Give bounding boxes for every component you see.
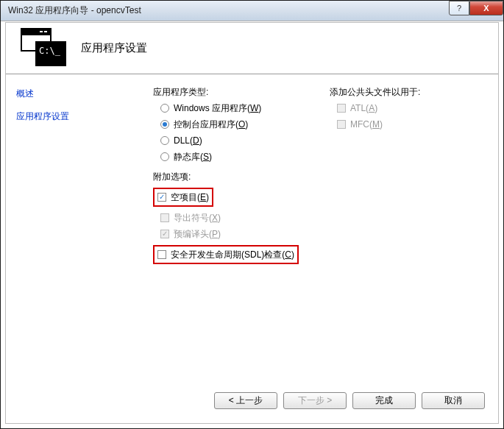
highlight-sdl-check: 安全开发生命周期(SDL)检查(C)	[153, 245, 299, 264]
sidebar-item-settings[interactable]: 应用程序设置	[16, 110, 128, 123]
check-empty-project[interactable]: 空项目(E)	[157, 191, 209, 204]
next-button: 下一步 >	[283, 392, 347, 409]
checkbox-icon	[157, 250, 166, 259]
radio-dll[interactable]: DLL(D)	[160, 134, 322, 147]
check-label: ATL(A)	[350, 103, 377, 113]
checkbox-icon	[157, 193, 166, 202]
checkbox-icon	[337, 120, 346, 129]
page-title: 应用程序设置	[81, 41, 147, 55]
check-label: 安全开发生命周期(SDL)检查(C)	[171, 249, 294, 261]
window-title: Win32 应用程序向导 - opencvTest	[1, 4, 449, 17]
app-type-label: 应用程序类型:	[153, 86, 322, 99]
check-label: 预编译头(P)	[174, 228, 221, 241]
radio-windows-app[interactable]: Windows 应用程序(W)	[160, 102, 322, 115]
check-mfc: MFC(M)	[337, 118, 462, 131]
check-precompiled-header: 预编译头(P)	[160, 227, 322, 241]
highlight-empty-project: 空项目(E)	[153, 188, 213, 207]
additional-label: 附加选项:	[153, 171, 322, 183]
footer: < 上一步 下一步 > 完成 取消	[6, 392, 498, 416]
body: 概述 应用程序设置 应用程序类型: Windows 应用程序(W) 控制台应用程…	[6, 74, 498, 398]
radio-icon	[160, 104, 169, 113]
check-atl: ATL(A)	[337, 102, 462, 115]
check-sdl[interactable]: 安全开发生命周期(SDL)检查(C)	[157, 248, 294, 261]
radio-icon	[160, 120, 169, 129]
radio-icon	[160, 136, 169, 145]
radio-label: DLL(D)	[174, 135, 202, 146]
sidebar-item-overview[interactable]: 概述	[16, 88, 128, 100]
check-export-symbols: 导出符号(X)	[160, 211, 322, 224]
radio-icon	[160, 152, 169, 161]
check-label: MFC(M)	[350, 119, 383, 130]
inner-frame: C:\_ 应用程序设置 概述 应用程序设置 应用程序类型: Windows 应用…	[5, 22, 499, 424]
check-label: 空项目(E)	[171, 191, 209, 204]
help-button[interactable]: ?	[449, 1, 469, 15]
wizard-window: Win32 应用程序向导 - opencvTest ? X C:\_ 应用程序设…	[0, 0, 504, 429]
header: C:\_ 应用程序设置	[6, 23, 498, 74]
radio-static-lib[interactable]: 静态库(S)	[160, 150, 322, 163]
prev-button[interactable]: < 上一步	[214, 392, 277, 409]
titlebar-buttons: ? X	[449, 1, 503, 15]
finish-button[interactable]: 完成	[352, 392, 416, 409]
checkbox-icon	[160, 213, 169, 222]
close-button[interactable]: X	[469, 1, 503, 15]
check-label: 导出符号(X)	[174, 212, 221, 224]
radio-label: Windows 应用程序(W)	[174, 102, 261, 115]
console-app-icon: C:\_	[19, 28, 71, 69]
radio-label: 控制台应用程序(O)	[174, 118, 248, 131]
content: 应用程序类型: Windows 应用程序(W) 控制台应用程序(O) DLL(D…	[138, 74, 498, 398]
checkbox-icon	[160, 230, 169, 238]
checkbox-icon	[337, 104, 346, 113]
radio-label: 静态库(S)	[174, 151, 212, 163]
common-headers-label: 添加公共头文件以用于:	[330, 86, 462, 99]
cancel-button[interactable]: 取消	[422, 392, 485, 409]
radio-console-app[interactable]: 控制台应用程序(O)	[160, 118, 322, 131]
titlebar: Win32 应用程序向导 - opencvTest ? X	[1, 1, 503, 21]
sidebar: 概述 应用程序设置	[6, 74, 138, 398]
